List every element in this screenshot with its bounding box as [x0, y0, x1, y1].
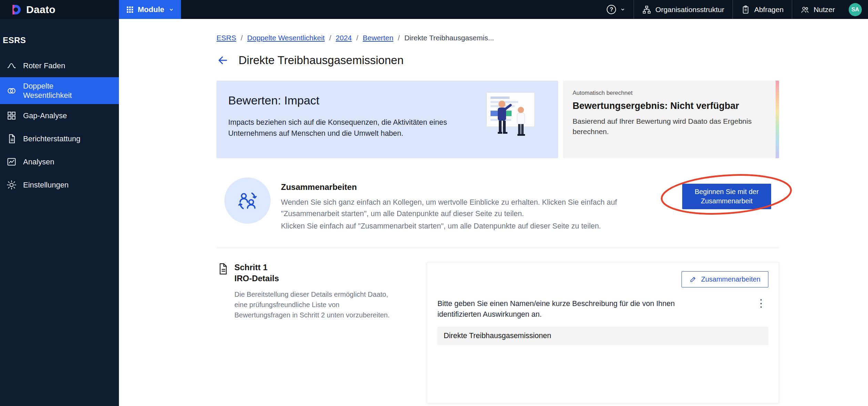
breadcrumb-current: Direkte Treibhausgasemis...: [404, 34, 494, 42]
breadcrumb-link-esrs[interactable]: ESRS: [216, 34, 236, 42]
pencil-icon: [689, 275, 697, 283]
result-card-body: Basierend auf Ihrer Bewertung wird Daato…: [573, 116, 760, 137]
topbar-item-label: Nutzer: [814, 6, 835, 14]
collaboration-title: Zusammenarbeiten: [281, 182, 667, 192]
spectrum-bar: [776, 81, 779, 158]
step1-description: Die Bereitstellung dieser Details ermögl…: [234, 289, 391, 320]
result-card-title: Bewertungsergebnis: Nicht verfügbar: [573, 101, 764, 111]
breadcrumb-separator: /: [356, 34, 359, 42]
page-title: Direkte Treibhausgasemissionen: [239, 54, 404, 67]
topbar-right: ? Organisationsstruktur: [598, 0, 868, 19]
topbar-item-nutzer[interactable]: Nutzer: [792, 0, 843, 19]
whiteboard-illustration: [474, 92, 538, 143]
result-card-label: Automatisch berechnet: [573, 90, 764, 97]
sidebar-item-einstellungen[interactable]: Einstellungen: [0, 173, 119, 196]
impact-name-prompt: Bitte geben Sie einen Namen/eine kurze B…: [437, 298, 710, 320]
iro-details-panel: Zusammenarbeiten Bitte geben Sie einen N…: [427, 262, 779, 403]
chevron-down-icon: [620, 7, 625, 12]
collaboration-paragraph-2: Klicken Sie einfach auf "Zusammenarbeit …: [281, 221, 667, 232]
breadcrumb-link-bewerten[interactable]: Bewerten: [363, 34, 393, 42]
arrow-left-icon: [216, 54, 229, 67]
step1-section: Schritt 1 IRO-Details Die Bereitstellung…: [216, 262, 779, 403]
overflow-menu-icon[interactable]: ⋮: [754, 298, 768, 308]
topbar-item-abfragen[interactable]: Abfragen: [733, 0, 792, 19]
sidebar-item-label: Roter Faden: [23, 61, 65, 71]
topbar-item-organisationsstruktur[interactable]: Organisationsstruktur: [634, 0, 733, 19]
breadcrumb-separator: /: [398, 34, 400, 42]
berichterstattung-icon: [7, 134, 17, 144]
breadcrumb-separator: /: [241, 34, 243, 42]
topbar: Daato Module ?: [0, 0, 868, 19]
abfragen-icon: [741, 5, 750, 14]
topbar-item-label: Abfragen: [754, 6, 784, 14]
module-button[interactable]: Module: [119, 0, 181, 19]
sidebar-item-berichterstattung[interactable]: Berichterstattung: [0, 127, 119, 150]
sidebar-item-label: Gap-Analyse: [23, 111, 67, 121]
collaborate-button[interactable]: Zusammenarbeiten: [682, 271, 768, 287]
module-button-label: Module: [138, 5, 164, 14]
collaboration-icon: [224, 177, 271, 224]
sidebar-item-analysen[interactable]: Analysen: [0, 150, 119, 173]
app-window: Daato Module ?: [0, 0, 868, 406]
main-area: ESRS / Doppelte Wesentlichkeit / 2024 / …: [119, 19, 868, 406]
roter-faden-icon: [7, 61, 17, 71]
sidebar: ESRS Roter Faden Doppelte Wesentlichkeit: [0, 19, 119, 406]
impact-card-body: Impacts beziehen sich auf die Konsequenz…: [228, 117, 452, 139]
document-icon: [216, 263, 229, 320]
help-icon: ?: [607, 5, 616, 14]
impact-name-field[interactable]: Direkte Treibhausgasemissionen: [437, 327, 768, 345]
breadcrumb-separator: /: [329, 34, 331, 42]
gap-analyse-icon: [7, 111, 17, 121]
users-icon: [800, 5, 809, 14]
sidebar-item-label: Analysen: [23, 157, 54, 167]
sidebar-item-label: Berichterstattung: [23, 134, 80, 144]
help-button[interactable]: ?: [598, 0, 634, 19]
sidebar-item-label: Einstellungen: [23, 180, 69, 190]
collaboration-paragraph-1: Wenden Sie sich ganz einfach an Kollegen…: [281, 197, 667, 220]
avatar[interactable]: SA: [849, 3, 862, 16]
result-card: Automatisch berechnet Bewertungsergebnis…: [563, 81, 779, 158]
brand: Daato: [0, 4, 119, 16]
collaboration-section: Zusammenarbeiten Wenden Sie sich ganz ei…: [216, 174, 779, 232]
brand-name: Daato: [26, 4, 55, 16]
sidebar-item-doppelte-wesentlichkeit[interactable]: Doppelte Wesentlichkeit: [0, 77, 119, 104]
breadcrumb: ESRS / Doppelte Wesentlichkeit / 2024 / …: [216, 34, 779, 42]
back-button[interactable]: [216, 54, 230, 67]
section-divider: [216, 248, 779, 248]
topbar-item-label: Organisationsstruktur: [655, 6, 724, 14]
collaborate-button-label: Zusammenarbeiten: [701, 275, 760, 283]
start-collaboration-button[interactable]: Beginnen Sie mit der Zusammenarbeit: [682, 184, 771, 209]
impact-card: Bewerten: Impact Impacts beziehen sich a…: [216, 81, 558, 158]
einstellungen-icon: [7, 180, 17, 190]
sidebar-item-gap-analyse[interactable]: Gap-Analyse: [0, 104, 119, 127]
step1-title: IRO-Details: [234, 273, 391, 284]
sidebar-heading: ESRS: [3, 35, 119, 45]
sidebar-item-roter-faden[interactable]: Roter Faden: [0, 54, 119, 77]
step1-label: Schritt 1: [234, 262, 391, 273]
chevron-down-icon: [169, 7, 174, 12]
sidebar-item-label: Doppelte Wesentlichkeit: [23, 81, 97, 100]
analysen-icon: [7, 157, 17, 167]
breadcrumb-link-2024[interactable]: 2024: [336, 34, 352, 42]
daato-logo-icon: [10, 4, 22, 16]
grid-icon: [126, 6, 134, 13]
breadcrumb-link-doppelte-wesentlichkeit[interactable]: Doppelte Wesentlichkeit: [247, 34, 325, 42]
doppelte-wesentlichkeit-icon: [7, 86, 17, 96]
org-structure-icon: [642, 5, 651, 14]
